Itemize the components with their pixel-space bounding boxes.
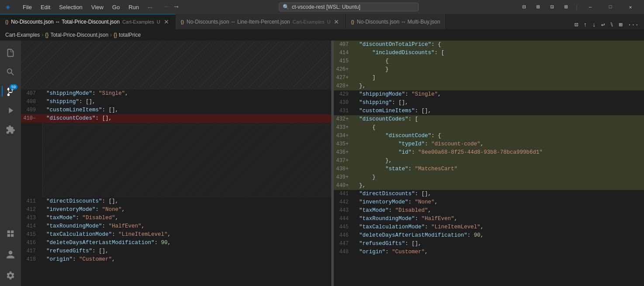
left-line-415: 415 "taxCalculationMode": "LineItemLevel… xyxy=(21,231,331,239)
right-line-440: 440+ }, xyxy=(334,182,644,190)
activity-bar: 59 xyxy=(0,41,21,286)
tab-multi-buy[interactable]: {} No-Discounts.json ↔ Multi-Buy.json xyxy=(346,14,446,29)
menu-view[interactable]: View xyxy=(88,3,107,11)
nav-back-btn[interactable]: ← xyxy=(163,2,171,12)
left-line-413: 413 "taxMode": "Disabled", xyxy=(21,214,331,222)
layout-icon-3[interactable]: ⊡ xyxy=(545,0,559,14)
right-line-448: 448 "origin": "Customer", xyxy=(334,248,644,256)
window-controls: ⊟ ⊞ ⊡ ⊞ | — □ ✕ xyxy=(517,0,641,14)
tab-modified-1: U xyxy=(157,19,160,24)
tab-group-2: Cart-Examples xyxy=(293,19,325,24)
main-area: 59 xyxy=(0,41,644,286)
right-line-414: 414 "includedDiscounts": [ xyxy=(334,49,644,57)
titlebar: ◈ File Edit Selection View Go Run ··· ← … xyxy=(0,0,644,14)
menu-file[interactable]: File xyxy=(19,3,35,11)
left-line-412: 412 "inventoryMode": "None", xyxy=(21,206,331,214)
tab-icon-3: {} xyxy=(351,19,354,24)
right-line-444: 444 "taxRoundingMode": "HalfEven", xyxy=(334,215,644,223)
left-code-area[interactable]: 407 "shippingMode": "Single", 408 "shipp… xyxy=(21,41,331,286)
right-line-415: 415 { xyxy=(334,57,644,65)
right-line-446: 446 "deleteDaysAfterLastModification": 9… xyxy=(334,231,644,240)
tab-label-3: No-Discounts.json ↔ Multi-Buy.json xyxy=(357,19,440,25)
right-line-445: 445 "taxCalculationMode": "LineItemLevel… xyxy=(334,223,644,231)
tab-icon-1: {} xyxy=(5,19,8,24)
right-pane: 407 "discountOnTotalPrice": { 414 "inclu… xyxy=(333,41,644,286)
breadcrumb-item-3[interactable]: {} totalPrice xyxy=(114,32,141,38)
left-line-416: 416 "deleteDaysAfterLastModification": 9… xyxy=(21,239,331,247)
settings-icon[interactable] xyxy=(2,267,19,284)
tab-label-1: No-Discounts.json ↔ Total-Price-Discount… xyxy=(11,19,120,25)
right-line-441: 441 "directDiscounts": [], xyxy=(334,190,644,198)
left-line-410: 410– "discountCodes": [], xyxy=(21,114,331,123)
menu-go[interactable]: Go xyxy=(109,3,123,11)
app-logo: ◈ xyxy=(3,3,12,11)
tab-icon-2: {} xyxy=(181,19,184,24)
accounts-icon[interactable] xyxy=(2,246,19,263)
tab-label-2: No-Discounts.json ↔ Line-Item-Percent.js… xyxy=(187,19,290,25)
tab-total-price-discount[interactable]: {} No-Discounts.json ↔ Total-Price-Disco… xyxy=(0,14,176,29)
view-mode-btn[interactable]: ⊞ xyxy=(617,20,624,29)
tabbar-actions: ⊡ ↑ ↓ ↩ ⑊ ⊞ ··· xyxy=(569,20,644,29)
run-icon[interactable] xyxy=(2,102,19,119)
minimize-btn[interactable]: — xyxy=(580,0,600,14)
split-editor-btn[interactable]: ⊡ xyxy=(573,20,580,29)
scroll-up-btn[interactable]: ↑ xyxy=(582,21,589,29)
source-control-icon[interactable]: 59 xyxy=(2,83,19,100)
layout-icon-4[interactable]: ⊞ xyxy=(559,0,573,14)
search-icon[interactable] xyxy=(2,63,19,81)
menu-run[interactable]: Run xyxy=(125,3,142,11)
right-line-426: 426+ } xyxy=(334,65,644,74)
svg-rect-3 xyxy=(11,234,14,237)
tab-bar: {} No-Discounts.json ↔ Total-Price-Disco… xyxy=(0,14,644,29)
left-line-418: 418 "origin": "Customer", xyxy=(21,255,331,264)
left-line-417: 417 "refusedGifts": [], xyxy=(21,247,331,255)
tab-close-2[interactable]: ✕ xyxy=(333,18,340,25)
files-icon[interactable] xyxy=(2,44,19,62)
maximize-btn[interactable]: □ xyxy=(600,0,620,14)
menu-edit[interactable]: Edit xyxy=(37,3,54,11)
menu-selection[interactable]: Selection xyxy=(55,3,86,11)
wrap-btn[interactable]: ↩ xyxy=(599,20,606,29)
search-text: ct-vscode-rest [WSL: Ubuntu] xyxy=(292,4,360,10)
svg-rect-2 xyxy=(7,234,10,237)
left-line-411: 411 "directDiscounts": [], xyxy=(21,197,331,206)
right-line-438: 438+ "state": "MatchesCart" xyxy=(334,165,644,173)
left-line-407: 407 "shippingMode": "Single", xyxy=(21,90,331,98)
nav-forward-btn[interactable]: → xyxy=(172,2,180,12)
svg-rect-1 xyxy=(11,231,14,233)
right-line-407: 407 "discountOnTotalPrice": { xyxy=(334,41,644,49)
search-bar[interactable]: 🔍 ct-vscode-rest [WSL: Ubuntu] xyxy=(187,3,510,11)
tab-close-1[interactable]: ✕ xyxy=(163,18,170,25)
tab-group-1: Cart-Examples xyxy=(122,19,154,24)
right-code-area[interactable]: 407 "discountOnTotalPrice": { 414 "inclu… xyxy=(334,41,644,286)
source-control-badge: 59 xyxy=(10,84,17,90)
pin-btn[interactable]: ⑊ xyxy=(608,21,615,29)
breadcrumb-item-2[interactable]: {} Total-Price-Discount.json xyxy=(45,32,108,38)
left-line-408: 408 "shipping": [], xyxy=(21,98,331,106)
right-line-432: 432+ "discountCodes": [ xyxy=(334,115,644,124)
diff-container: 407 "shippingMode": "Single", 408 "shipp… xyxy=(21,41,644,286)
right-line-428: 428+ }, xyxy=(334,82,644,90)
right-line-430: 430 "shipping": [], xyxy=(334,99,644,107)
close-btn[interactable]: ✕ xyxy=(620,0,641,14)
layout-icon-1[interactable]: ⊟ xyxy=(517,0,531,14)
svg-rect-0 xyxy=(7,231,10,233)
right-line-434: 434+ "discountCode": { xyxy=(334,132,644,140)
layout-icon-2[interactable]: ⊞ xyxy=(531,0,545,14)
tab-modified-2: U xyxy=(327,19,330,24)
scroll-down-btn[interactable]: ↓ xyxy=(591,21,598,29)
more-actions-btn[interactable]: ··· xyxy=(626,21,641,29)
tab-line-item-percent[interactable]: {} No-Discounts.json ↔ Line-Item-Percent… xyxy=(176,14,346,29)
menu-bar: File Edit Selection View Go Run ··· xyxy=(19,3,156,11)
left-line-414: 414 "taxRoundingMode": "HalfEven", xyxy=(21,222,331,231)
breadcrumb-sep-2: › xyxy=(110,32,112,38)
extensions-icon[interactable] xyxy=(2,121,19,138)
remote-icon[interactable] xyxy=(2,225,19,242)
right-line-427: 427+ ] xyxy=(334,74,644,82)
right-line-439: 439+ } xyxy=(334,173,644,182)
right-line-442: 442 "inventoryMode": "None", xyxy=(334,198,644,207)
right-line-429: 429 "shippingMode": "Single", xyxy=(334,90,644,99)
menu-more[interactable]: ··· xyxy=(144,3,156,11)
breadcrumb-item-1[interactable]: Cart-Examples xyxy=(5,32,40,38)
breadcrumb-sep-1: › xyxy=(42,32,43,38)
